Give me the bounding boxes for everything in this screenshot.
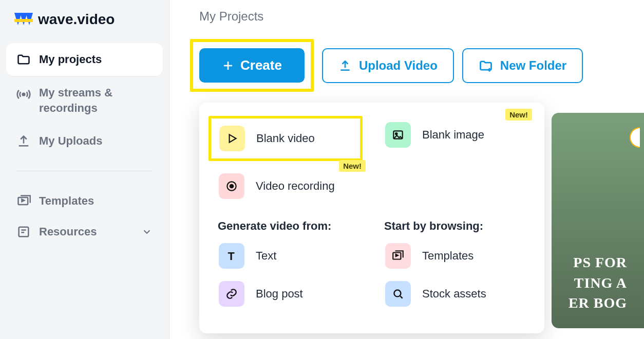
menu-item-label: Video recording (256, 180, 335, 193)
menu-from-text[interactable]: T Text (215, 237, 363, 275)
upload-video-button[interactable]: Upload Video (322, 48, 454, 83)
logo-icon (14, 12, 33, 27)
svg-rect-0 (14, 19, 33, 22)
sidebar-item-label: My Uploads (39, 134, 102, 148)
sidebar: wave.video My projects My streams & reco… (0, 0, 169, 339)
sidebar-item-label: My streams & recordings (39, 85, 153, 115)
sidebar-item-my-projects[interactable]: My projects (6, 43, 163, 76)
svg-point-10 (394, 290, 401, 296)
menu-item-label: Blog post (256, 287, 303, 301)
menu-item-label: Templates (422, 249, 473, 263)
new-folder-icon (479, 58, 493, 73)
browse-heading: Start by browsing: (384, 220, 529, 233)
templates-icon (16, 194, 31, 208)
create-label: Create (240, 57, 282, 73)
play-icon (219, 126, 245, 151)
search-icon (385, 281, 411, 307)
record-icon (219, 173, 244, 199)
svg-point-1 (23, 93, 25, 96)
menu-item-label: Blank image (422, 128, 484, 142)
sidebar-item-streams[interactable]: My streams & recordings (6, 76, 163, 125)
menu-browse-templates[interactable]: Templates (381, 237, 529, 275)
image-icon (385, 122, 411, 148)
create-menu: Blank video Video recording New! (199, 103, 544, 333)
logo[interactable]: wave.video (6, 11, 163, 43)
svg-point-5 (230, 185, 234, 188)
create-highlight: Create (190, 39, 314, 92)
upload-icon (16, 134, 31, 148)
page-title: My Projects (199, 9, 644, 24)
toolbar: Create Upload Video New Folder (199, 39, 644, 92)
new-badge: New! (505, 109, 532, 121)
menu-video-recording[interactable]: Video recording New! (215, 167, 363, 205)
chevron-down-icon (141, 226, 153, 237)
menu-item-label: Stock assets (422, 287, 486, 301)
new-badge: New! (339, 160, 366, 172)
folder-icon (16, 52, 31, 67)
sidebar-item-label: Resources (39, 225, 97, 238)
templates-icon (385, 243, 411, 269)
upload-label: Upload Video (359, 58, 438, 73)
broadcast-icon (16, 87, 31, 102)
new-folder-button[interactable]: New Folder (462, 48, 583, 83)
menu-blank-video[interactable]: Blank video (209, 116, 363, 161)
menu-blank-image[interactable]: Blank image New! (381, 116, 529, 154)
sidebar-item-label: Templates (39, 194, 94, 208)
plus-icon (222, 59, 234, 72)
create-button[interactable]: Create (199, 48, 305, 83)
svg-text:T: T (228, 250, 234, 263)
project-thumbnail[interactable]: PS FOR TING A ER BOG (552, 113, 644, 328)
generate-heading: Generate video from: (218, 220, 363, 233)
upload-icon (338, 59, 352, 72)
menu-from-blog[interactable]: Blog post (215, 275, 363, 313)
divider (16, 171, 153, 171)
link-icon (219, 281, 244, 307)
svg-point-7 (395, 133, 397, 134)
resources-icon (16, 225, 31, 239)
text-icon: T (219, 243, 244, 269)
menu-browse-stock[interactable]: Stock assets (381, 275, 529, 313)
sidebar-item-uploads[interactable]: My Uploads (6, 125, 163, 157)
sidebar-item-resources[interactable]: Resources (6, 217, 163, 246)
sidebar-item-label: My projects (39, 53, 102, 66)
logo-text: wave.video (38, 11, 115, 28)
thumbnail-text: PS FOR TING A ER BOG (560, 252, 635, 313)
main: My Projects Create Upload Video (169, 0, 644, 339)
sidebar-item-templates[interactable]: Templates (6, 185, 163, 217)
menu-item-label: Text (256, 249, 276, 263)
new-folder-label: New Folder (500, 58, 566, 73)
menu-item-label: Blank video (256, 132, 315, 145)
